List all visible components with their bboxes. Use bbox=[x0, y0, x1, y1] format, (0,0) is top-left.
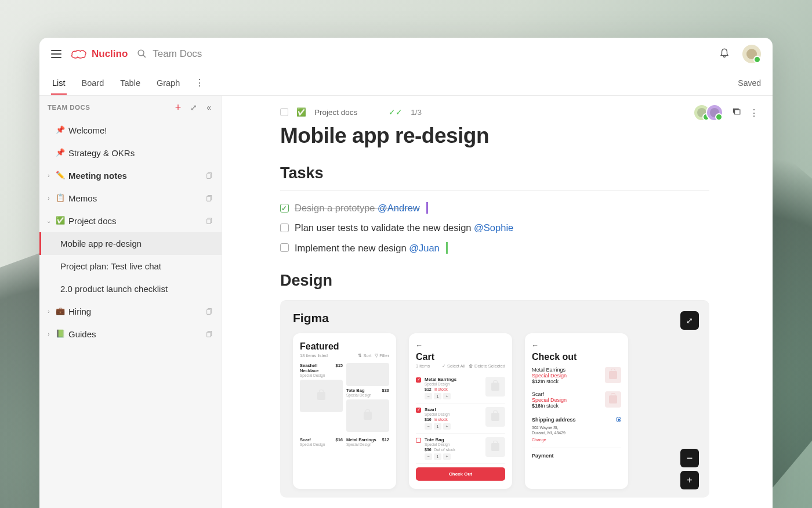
content-area: ⋮ ✅ Project docs ✓✓ 1/3 Mobile app re-de… bbox=[222, 96, 773, 508]
user-avatar[interactable] bbox=[742, 45, 761, 63]
task-row[interactable]: Design a prototype @Andrew bbox=[280, 198, 709, 218]
figma-embed[interactable]: Figma ⤢ − + Featured 18 items listed ⇅ S… bbox=[280, 300, 709, 498]
book-icon: 📗 bbox=[55, 329, 66, 339]
brain-icon bbox=[71, 48, 88, 60]
briefcase-icon: 💼 bbox=[55, 306, 66, 316]
svg-rect-9 bbox=[207, 309, 211, 314]
svg-rect-3 bbox=[207, 174, 211, 178]
copy-icon[interactable] bbox=[206, 194, 213, 202]
page-title[interactable]: Mobile app re-design bbox=[280, 124, 709, 148]
tab-list[interactable]: List bbox=[51, 71, 67, 95]
svg-rect-7 bbox=[207, 219, 211, 224]
presence-cursor bbox=[426, 202, 428, 214]
task-checkbox[interactable] bbox=[280, 204, 289, 212]
sidebar-header: TEAM DOCS + ⤢ « bbox=[39, 96, 222, 119]
copy-icon[interactable] bbox=[206, 308, 213, 315]
chevron-right-icon: › bbox=[45, 194, 52, 203]
notifications-icon[interactable] bbox=[716, 44, 733, 64]
breadcrumb-label[interactable]: Project docs bbox=[314, 108, 357, 117]
collaborator-avatar[interactable] bbox=[706, 104, 723, 121]
copy-icon[interactable] bbox=[206, 172, 213, 179]
app-logo[interactable]: Nuclino bbox=[71, 48, 128, 60]
mockup-checkout: ← Check out Metal Earrings Special Desig… bbox=[525, 333, 628, 489]
svg-rect-5 bbox=[207, 196, 211, 201]
comments-icon[interactable] bbox=[731, 107, 741, 119]
checkout-button: Check Out bbox=[416, 467, 505, 481]
sidebar-child-mobile-redesign[interactable]: Mobile app re-design bbox=[39, 232, 222, 255]
check-icon: ✅ bbox=[55, 215, 66, 226]
brand-name: Nuclino bbox=[92, 48, 128, 60]
mention[interactable]: @Sophie bbox=[474, 222, 513, 233]
view-tabs: List Board Table Graph ⋮ Saved bbox=[39, 70, 773, 96]
svg-rect-11 bbox=[207, 332, 211, 337]
sidebar-expand-icon[interactable]: ⤢ bbox=[188, 100, 200, 114]
sidebar-item-strategy[interactable]: 📌 Strategy & OKRs bbox=[39, 142, 222, 164]
sidebar-child-project-plan[interactable]: Project plan: Test live chat bbox=[39, 255, 222, 278]
chevron-right-icon: › bbox=[45, 308, 52, 316]
svg-rect-12 bbox=[735, 109, 740, 114]
cart-checkbox bbox=[416, 438, 421, 443]
tab-table[interactable]: Table bbox=[119, 71, 142, 95]
saved-status: Saved bbox=[738, 78, 761, 88]
svg-point-0 bbox=[138, 50, 144, 56]
pencil-icon: ✏️ bbox=[55, 170, 66, 181]
menu-icon[interactable] bbox=[51, 50, 61, 58]
figma-mockups: Featured 18 items listed ⇅ Sort▽ Filter … bbox=[293, 333, 697, 489]
figma-expand-icon[interactable]: ⤢ bbox=[680, 311, 699, 330]
sidebar-item-guides[interactable]: ›📗 Guides bbox=[39, 323, 222, 345]
design-heading: Design bbox=[280, 272, 709, 290]
sidebar-collapse-icon[interactable]: « bbox=[204, 100, 213, 114]
chevron-down-icon: ⌄ bbox=[45, 217, 52, 225]
sidebar-children-project-docs: Mobile app re-design Project plan: Test … bbox=[39, 232, 222, 300]
progress-count: 1/3 bbox=[411, 108, 422, 117]
view-more-icon[interactable]: ⋮ bbox=[195, 77, 204, 88]
collaborator-bar: ⋮ bbox=[698, 104, 759, 121]
task-row[interactable]: Plan user tests to validate the new desi… bbox=[280, 218, 709, 237]
svg-line-1 bbox=[143, 55, 146, 57]
sidebar-child-launch-checklist[interactable]: 2.0 product launch checklist bbox=[39, 278, 222, 300]
presence-cursor bbox=[446, 242, 448, 254]
tab-graph[interactable]: Graph bbox=[155, 71, 181, 95]
mockup-cart: ← Cart 3 items ✓ Select All🗑 Delete Sele… bbox=[409, 333, 512, 489]
mention[interactable]: @Juan bbox=[409, 243, 440, 253]
progress-check-icon: ✓✓ bbox=[389, 107, 403, 117]
pin-icon: 📌 bbox=[55, 147, 66, 158]
radio-selected-icon bbox=[616, 417, 621, 422]
cart-checkbox bbox=[416, 377, 421, 383]
sidebar-item-welcome[interactable]: 📌 Welcome! bbox=[39, 119, 222, 142]
task-list: Design a prototype @Andrew Plan user tes… bbox=[280, 190, 709, 258]
header: Nuclino bbox=[39, 38, 773, 70]
search-icon bbox=[137, 49, 147, 59]
sidebar-add-button[interactable]: + bbox=[173, 99, 184, 116]
chevron-right-icon: › bbox=[45, 172, 52, 180]
copy-icon[interactable] bbox=[206, 330, 213, 338]
mention[interactable]: @Andrew bbox=[378, 203, 420, 213]
figma-title: Figma bbox=[293, 311, 697, 325]
tab-board[interactable]: Board bbox=[81, 71, 106, 95]
copy-icon[interactable] bbox=[206, 217, 213, 225]
task-checkbox[interactable] bbox=[280, 224, 289, 232]
sidebar-item-hiring[interactable]: ›💼 Hiring bbox=[39, 300, 222, 323]
page-checkbox-icon[interactable] bbox=[280, 108, 288, 116]
chevron-right-icon: › bbox=[45, 330, 52, 338]
check-icon: ✅ bbox=[296, 107, 306, 117]
sidebar-item-project-docs[interactable]: ⌄✅ Project docs bbox=[39, 210, 222, 232]
search-bar[interactable] bbox=[137, 48, 706, 60]
page-more-icon[interactable]: ⋮ bbox=[749, 107, 759, 118]
sidebar-item-meeting-notes[interactable]: ›✏️ Meeting notes bbox=[39, 164, 222, 187]
back-icon: ← bbox=[416, 341, 505, 350]
sidebar-item-memos[interactable]: ›📋 Memos bbox=[39, 187, 222, 210]
app-window: Nuclino List Board Table Graph ⋮ Saved T… bbox=[39, 38, 773, 508]
clipboard-icon: 📋 bbox=[55, 193, 66, 203]
mockup-featured: Featured 18 items listed ⇅ Sort▽ Filter … bbox=[293, 333, 396, 489]
figma-zoom-in-icon[interactable]: + bbox=[680, 471, 699, 489]
search-input[interactable] bbox=[153, 48, 269, 60]
page-breadcrumb: ✅ Project docs ✓✓ 1/3 bbox=[280, 107, 709, 117]
sidebar-title: TEAM DOCS bbox=[48, 104, 168, 111]
figma-zoom-out-icon[interactable]: − bbox=[680, 449, 699, 467]
sidebar: TEAM DOCS + ⤢ « 📌 Welcome! 📌 Strategy & … bbox=[39, 96, 222, 508]
task-row[interactable]: Implement the new design @Juan bbox=[280, 238, 709, 258]
task-checkbox[interactable] bbox=[280, 243, 289, 252]
cart-checkbox bbox=[416, 408, 421, 413]
pin-icon: 📌 bbox=[55, 125, 66, 135]
